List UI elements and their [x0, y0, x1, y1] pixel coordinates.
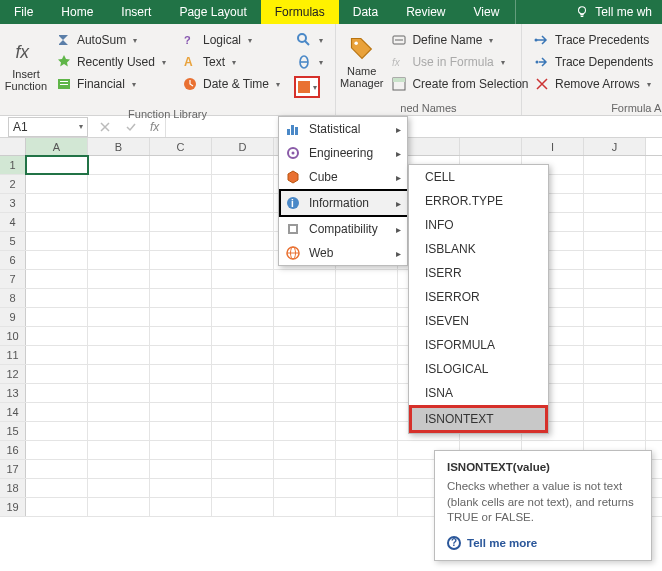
row-header[interactable]: 4 [0, 213, 26, 231]
cell[interactable] [88, 365, 150, 383]
cell[interactable] [150, 365, 212, 383]
cell[interactable] [336, 403, 398, 421]
col-header[interactable]: C [150, 138, 212, 155]
cell[interactable] [212, 213, 274, 231]
cell[interactable] [150, 289, 212, 307]
cell[interactable] [150, 460, 212, 478]
cell[interactable] [584, 251, 646, 269]
trace-precedents-button[interactable]: Trace Precedents [530, 30, 657, 50]
row-header[interactable]: 9 [0, 308, 26, 326]
cell[interactable] [212, 251, 274, 269]
cell[interactable] [336, 479, 398, 497]
cell[interactable] [150, 308, 212, 326]
cell[interactable] [212, 308, 274, 326]
cell[interactable] [336, 308, 398, 326]
financial-button[interactable]: Financial▾ [52, 74, 170, 94]
col-header[interactable]: I [522, 138, 584, 155]
row-header[interactable]: 12 [0, 365, 26, 383]
cell[interactable] [26, 251, 88, 269]
cell[interactable] [212, 479, 274, 497]
cell[interactable] [212, 232, 274, 250]
cell[interactable] [88, 270, 150, 288]
cell[interactable] [150, 327, 212, 345]
cell[interactable] [26, 365, 88, 383]
cell[interactable] [26, 213, 88, 231]
cell[interactable] [150, 441, 212, 459]
col-header[interactable]: D [212, 138, 274, 155]
cell[interactable] [26, 175, 88, 193]
row-header[interactable]: 3 [0, 194, 26, 212]
cell[interactable] [336, 422, 398, 440]
cell[interactable] [336, 441, 398, 459]
cell[interactable] [88, 441, 150, 459]
remove-arrows-button[interactable]: Remove Arrows▾ [530, 74, 657, 94]
text-button[interactable]: A Text▾ [178, 52, 284, 72]
insert-function-button[interactable]: fx Insert Function [4, 28, 48, 102]
cell[interactable] [150, 194, 212, 212]
cell[interactable] [88, 213, 150, 231]
cell[interactable] [584, 346, 646, 364]
func-iserror[interactable]: ISERROR [409, 285, 548, 309]
row-header[interactable]: 1 [0, 156, 26, 174]
menu-statistical[interactable]: Statistical▸ [279, 117, 407, 141]
cell[interactable] [584, 384, 646, 402]
name-manager-button[interactable]: Name Manager [340, 28, 383, 96]
row-header[interactable]: 17 [0, 460, 26, 478]
cell[interactable] [88, 498, 150, 516]
math-trig-button[interactable]: ▾ [292, 52, 327, 72]
cell[interactable] [150, 498, 212, 516]
cell[interactable] [336, 327, 398, 345]
cell[interactable] [336, 384, 398, 402]
row-header[interactable]: 16 [0, 441, 26, 459]
cell[interactable] [584, 422, 646, 440]
cell[interactable] [150, 479, 212, 497]
cell[interactable] [26, 270, 88, 288]
cell[interactable] [274, 308, 336, 326]
cell[interactable] [212, 194, 274, 212]
cell[interactable] [584, 232, 646, 250]
menu-web[interactable]: Web▸ [279, 241, 407, 265]
cell[interactable] [584, 365, 646, 383]
tab-home[interactable]: Home [47, 0, 107, 24]
cell[interactable] [88, 232, 150, 250]
cell[interactable] [212, 384, 274, 402]
row-header[interactable]: 10 [0, 327, 26, 345]
cell[interactable] [26, 384, 88, 402]
cell[interactable] [88, 479, 150, 497]
cell[interactable] [584, 194, 646, 212]
row-header[interactable]: 15 [0, 422, 26, 440]
cell[interactable] [26, 327, 88, 345]
row-header[interactable]: 13 [0, 384, 26, 402]
cell[interactable] [26, 156, 88, 174]
cell[interactable] [88, 175, 150, 193]
tab-review[interactable]: Review [392, 0, 459, 24]
cell[interactable] [150, 251, 212, 269]
cell[interactable] [584, 270, 646, 288]
cell[interactable] [584, 327, 646, 345]
menu-information[interactable]: i Information▸ [279, 189, 407, 217]
func-iseven[interactable]: ISEVEN [409, 309, 548, 333]
row-header[interactable]: 19 [0, 498, 26, 516]
cell[interactable] [150, 422, 212, 440]
cell[interactable] [150, 213, 212, 231]
col-header[interactable]: A [26, 138, 88, 155]
cell[interactable] [336, 346, 398, 364]
row-header[interactable]: 7 [0, 270, 26, 288]
func-iserr[interactable]: ISERR [409, 261, 548, 285]
cell[interactable] [584, 156, 646, 174]
tab-data[interactable]: Data [339, 0, 392, 24]
col-header[interactable]: J [584, 138, 646, 155]
cell[interactable] [88, 346, 150, 364]
cell[interactable] [150, 384, 212, 402]
row-header[interactable]: 2 [0, 175, 26, 193]
cell[interactable] [88, 327, 150, 345]
row-header[interactable]: 8 [0, 289, 26, 307]
menu-compatibility[interactable]: Compatibility▸ [279, 217, 407, 241]
cell[interactable] [26, 403, 88, 421]
cell[interactable] [274, 403, 336, 421]
cell[interactable] [212, 498, 274, 516]
define-name-button[interactable]: Define Name▾ [387, 30, 532, 50]
select-all-corner[interactable] [0, 138, 26, 155]
tab-file[interactable]: File [0, 0, 47, 24]
menu-cube[interactable]: Cube▸ [279, 165, 407, 189]
